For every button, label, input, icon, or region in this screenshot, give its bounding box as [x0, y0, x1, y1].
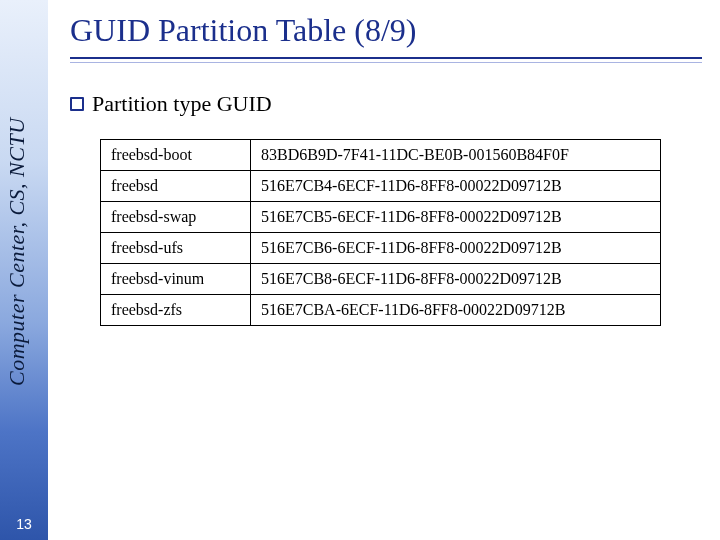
- partition-guid-cell: 516E7CB4-6ECF-11D6-8FF8-00022D09712B: [251, 171, 661, 202]
- partition-name-cell: freebsd-swap: [101, 202, 251, 233]
- partition-name-cell: freebsd-ufs: [101, 233, 251, 264]
- title-underline: [70, 57, 702, 63]
- sidebar-org-text: Computer Center, CS, NCTU: [4, 6, 44, 386]
- partition-guid-cell: 516E7CB5-6ECF-11D6-8FF8-00022D09712B: [251, 202, 661, 233]
- sidebar-strip: Computer Center, CS, NCTU 13: [0, 0, 48, 540]
- partition-name-cell: freebsd: [101, 171, 251, 202]
- square-bullet-icon: [70, 97, 84, 111]
- table-row: freebsd-swap 516E7CB5-6ECF-11D6-8FF8-000…: [101, 202, 661, 233]
- partition-name-cell: freebsd-boot: [101, 140, 251, 171]
- partition-guid-cell: 516E7CB6-6ECF-11D6-8FF8-00022D09712B: [251, 233, 661, 264]
- table-row: freebsd-vinum 516E7CB8-6ECF-11D6-8FF8-00…: [101, 264, 661, 295]
- partition-guid-cell: 516E7CB8-6ECF-11D6-8FF8-00022D09712B: [251, 264, 661, 295]
- table-row: freebsd-zfs 516E7CBA-6ECF-11D6-8FF8-0002…: [101, 295, 661, 326]
- table-row: freebsd-boot 83BD6B9D-7F41-11DC-BE0B-001…: [101, 140, 661, 171]
- partition-guid-cell: 83BD6B9D-7F41-11DC-BE0B-001560B84F0F: [251, 140, 661, 171]
- partition-name-cell: freebsd-vinum: [101, 264, 251, 295]
- content-area: GUID Partition Table (8/9) Partition typ…: [70, 12, 702, 326]
- slide-title: GUID Partition Table (8/9): [70, 12, 702, 61]
- guid-table: freebsd-boot 83BD6B9D-7F41-11DC-BE0B-001…: [100, 139, 661, 326]
- bullet-text: Partition type GUID: [92, 91, 272, 117]
- bullet-row: Partition type GUID: [70, 91, 702, 117]
- page-number: 13: [0, 516, 48, 532]
- partition-guid-cell: 516E7CBA-6ECF-11D6-8FF8-00022D09712B: [251, 295, 661, 326]
- partition-name-cell: freebsd-zfs: [101, 295, 251, 326]
- table-row: freebsd 516E7CB4-6ECF-11D6-8FF8-00022D09…: [101, 171, 661, 202]
- slide: Computer Center, CS, NCTU 13 GUID Partit…: [0, 0, 720, 540]
- table-row: freebsd-ufs 516E7CB6-6ECF-11D6-8FF8-0002…: [101, 233, 661, 264]
